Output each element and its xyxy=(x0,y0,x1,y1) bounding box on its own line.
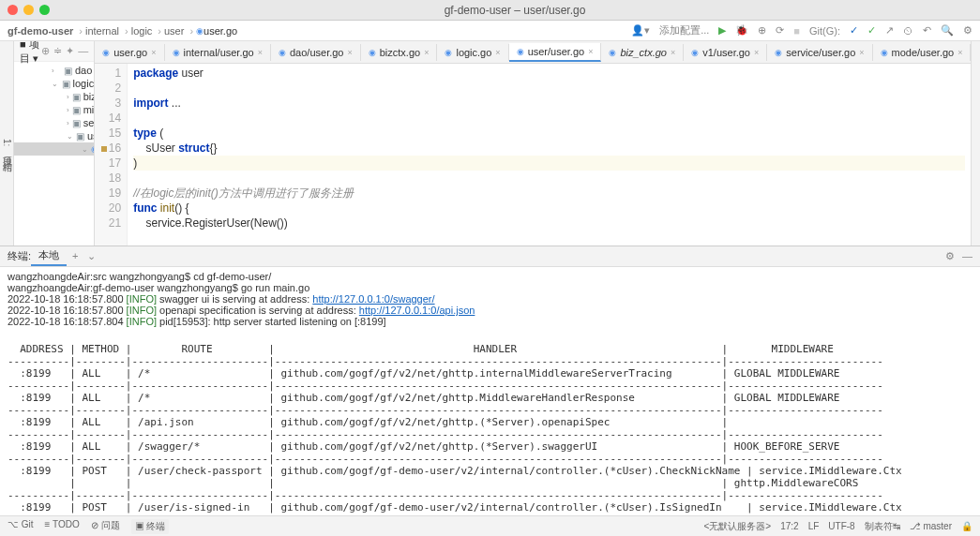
breadcrumb-root[interactable]: gf-demo-user xyxy=(8,25,73,37)
swagger-url-link[interactable]: http://127.0.0.1:0/swagger/ xyxy=(312,293,434,305)
gutter-line: 17 xyxy=(95,156,121,171)
run-icon[interactable]: ▶ xyxy=(718,24,726,37)
add-config-button[interactable]: 添加配置... xyxy=(659,23,709,37)
sidebar-folder[interactable]: ›▣session xyxy=(14,116,94,129)
sidebar-item[interactable]: mGetProfile(context.Con xyxy=(14,169,95,182)
sidebar-folder[interactable]: ›▣middleware xyxy=(14,103,94,116)
git-push-icon[interactable]: ↗ xyxy=(885,24,894,37)
left-tool-structure[interactable]: 1: 项目 结构 xyxy=(0,41,14,246)
code-line[interactable] xyxy=(133,111,965,126)
editor-tab[interactable]: ◉logic.go× xyxy=(437,44,508,61)
debug-icon[interactable]: 🐞 xyxy=(735,24,748,37)
editor-tab[interactable]: ◉biz_ctx.go× xyxy=(601,44,684,61)
close-tab-icon[interactable]: × xyxy=(151,48,156,57)
close-tab-icon[interactable]: × xyxy=(347,48,352,57)
tab-label: mode/user.go xyxy=(892,47,955,58)
close-tab-icon[interactable]: × xyxy=(957,48,962,57)
close-tab-icon[interactable]: × xyxy=(754,48,759,57)
sidebar-item[interactable]: ⌄◉user.go xyxy=(14,142,94,156)
breadcrumb-segment[interactable]: user xyxy=(164,25,184,37)
breadcrumb-segment[interactable]: internal xyxy=(85,25,119,37)
git-commit-icon[interactable]: ✓ xyxy=(867,24,876,37)
status-branch[interactable]: ⎇ master xyxy=(910,521,952,531)
status-indent[interactable]: 制表符↹ xyxy=(865,520,900,533)
right-tool-window[interactable] xyxy=(971,41,980,246)
openapi-url-link[interactable]: http://127.0.0.1:0/api.json xyxy=(359,305,475,316)
code-line[interactable] xyxy=(133,81,965,96)
select-opened-icon[interactable]: ⊕ xyxy=(41,45,50,57)
editor-tab[interactable]: ◉dao/user.go× xyxy=(271,44,361,61)
terminal-tab-local[interactable]: 本地 xyxy=(31,246,67,266)
close-window-icon[interactable] xyxy=(8,5,18,15)
status-no-server[interactable]: <无默认服务器> xyxy=(703,520,771,533)
close-tab-icon[interactable]: × xyxy=(588,47,593,56)
sidebar-folder[interactable]: ⌄▣user xyxy=(14,129,94,142)
code-line[interactable] xyxy=(133,231,965,246)
status-terminal[interactable]: ▣ 终端 xyxy=(131,519,170,534)
code-line[interactable]: //在logic层的init()方法中调用进行了服务注册 xyxy=(133,186,965,201)
sidebar-folder[interactable]: ›▣bizctx xyxy=(14,90,94,103)
close-tab-icon[interactable]: × xyxy=(859,48,864,57)
user-icon[interactable]: 👤▾ xyxy=(631,24,650,37)
sidebar-item[interactable]: mIsSignedIn(context.Co xyxy=(14,221,95,234)
tree-label: middleware xyxy=(83,104,95,115)
status-line-sep[interactable]: LF xyxy=(808,521,820,531)
close-tab-icon[interactable]: × xyxy=(495,48,500,57)
sidebar-folder[interactable]: ›▣dao xyxy=(14,64,94,77)
code-line[interactable]: import ... xyxy=(133,96,965,111)
window-title: gf-demo-user – user/user.go xyxy=(50,4,980,17)
editor-tab[interactable]: ◉service/user.go× xyxy=(767,44,872,61)
git-update-icon[interactable]: ✓ xyxy=(850,24,858,37)
editor-tab[interactable]: ◉internal/user.go× xyxy=(165,44,271,61)
hide-icon[interactable]: — xyxy=(78,45,88,57)
sidebar-folder[interactable]: ⌄▣logic xyxy=(14,77,94,90)
editor-tab[interactable]: ◉v1/user.go× xyxy=(684,44,767,61)
gutter-line: 15 xyxy=(95,126,121,141)
editor-tab[interactable]: ◉mode/user.go× xyxy=(873,44,972,61)
tab-label: v1/user.go xyxy=(702,47,750,58)
status-git[interactable]: ⌥ Git xyxy=(8,519,34,534)
breadcrumb-file[interactable]: user.go xyxy=(204,25,237,37)
status-lock-icon[interactable]: 🔒 xyxy=(961,521,972,531)
sidebar-item[interactable]: finit() xyxy=(14,182,95,195)
editor-tab[interactable]: ◉user.go× xyxy=(95,44,164,61)
code-line[interactable]: type ( xyxy=(133,126,965,141)
editor-tab[interactable]: ◉user/user.go× xyxy=(509,43,602,62)
status-position[interactable]: 17:2 xyxy=(780,521,798,531)
sidebar-item[interactable]: mCreate(context.Contex xyxy=(14,156,95,169)
tree-label: bizctx xyxy=(83,91,95,102)
status-problems[interactable]: ⊘ 问题 xyxy=(91,519,120,534)
stop-icon[interactable]: ■ xyxy=(793,25,800,37)
chevron-icon: › xyxy=(67,93,69,101)
code-line[interactable]: package user xyxy=(133,66,965,81)
sidebar-item[interactable]: mIsNicknameAvailable(c xyxy=(14,195,95,208)
breadcrumb-segment[interactable]: logic xyxy=(131,25,153,37)
code-line[interactable] xyxy=(133,171,965,186)
code-line[interactable]: ) xyxy=(133,156,965,171)
close-tab-icon[interactable]: × xyxy=(258,48,263,57)
expand-icon[interactable]: ≑ xyxy=(53,45,62,57)
tree-label: user xyxy=(87,130,95,141)
close-tab-icon[interactable]: × xyxy=(424,48,429,57)
gutter-line: 19 xyxy=(95,186,121,201)
minimize-window-icon[interactable] xyxy=(23,5,34,15)
maximize-window-icon[interactable] xyxy=(39,5,50,15)
coverage-icon[interactable]: ⊕ xyxy=(758,24,766,37)
status-encoding[interactable]: UTF-8 xyxy=(828,521,854,531)
terminal-hide-icon[interactable]: — xyxy=(962,250,972,262)
settings-icon[interactable]: ⚙ xyxy=(963,24,972,37)
close-tab-icon[interactable]: × xyxy=(671,48,675,57)
code-line[interactable]: sUser struct{} xyxy=(133,141,965,156)
search-icon[interactable]: 🔍 xyxy=(941,24,954,37)
status-todo[interactable]: ≡ TODO xyxy=(45,519,80,534)
git-history-icon[interactable]: ⏲ xyxy=(903,25,913,37)
editor-tab[interactable]: ◉bizctx.go× xyxy=(361,44,438,61)
collapse-icon[interactable]: ✦ xyxy=(66,45,74,57)
terminal-add-tab[interactable]: + ⌄ xyxy=(72,250,96,262)
sidebar-item[interactable]: mIsPassportAvailable(co xyxy=(14,208,95,221)
code-line[interactable]: func init() { xyxy=(133,201,965,216)
back-icon[interactable]: ↶ xyxy=(923,24,931,37)
terminal-settings-icon[interactable]: ⚙ xyxy=(945,250,955,262)
profile-icon[interactable]: ⟳ xyxy=(776,24,784,37)
code-line[interactable]: service.RegisterUser(New()) xyxy=(133,216,965,231)
